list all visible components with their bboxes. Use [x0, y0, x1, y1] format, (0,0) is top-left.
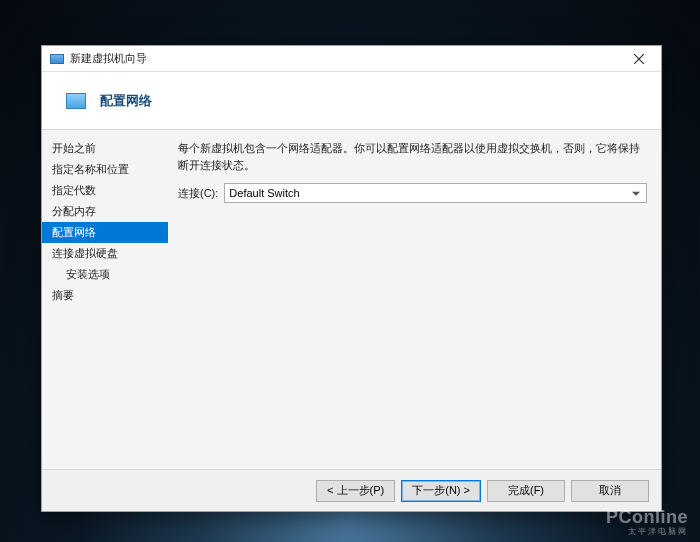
- header-section: 配置网络: [42, 72, 661, 130]
- sidebar-item-before-begin[interactable]: 开始之前: [42, 138, 168, 159]
- window-title: 新建虚拟机向导: [70, 51, 619, 66]
- watermark: PConline 太平洋电脑网: [606, 508, 688, 536]
- body-section: 开始之前 指定名称和位置 指定代数 分配内存 配置网络 连接虚拟硬盘 安装选项 …: [42, 130, 661, 469]
- wizard-dialog: 新建虚拟机向导 配置网络 开始之前 指定名称和位置 指定代数 分配内存 配置网络…: [41, 45, 662, 512]
- connection-select[interactable]: Default Switch: [224, 183, 647, 203]
- sidebar-item-install-options[interactable]: 安装选项: [42, 264, 168, 285]
- footer: < 上一步(P) 下一步(N) > 完成(F) 取消: [42, 469, 661, 511]
- sidebar-item-name-location[interactable]: 指定名称和位置: [42, 159, 168, 180]
- finish-button[interactable]: 完成(F): [487, 480, 565, 502]
- close-icon: [634, 54, 644, 64]
- content-area: 每个新虚拟机包含一个网络适配器。你可以配置网络适配器以使用虚拟交换机，否则，它将…: [168, 130, 661, 469]
- cancel-button[interactable]: 取消: [571, 480, 649, 502]
- close-button[interactable]: [619, 47, 659, 71]
- connection-label: 连接(C):: [178, 186, 218, 201]
- sidebar-item-summary[interactable]: 摘要: [42, 285, 168, 306]
- sidebar-item-network[interactable]: 配置网络: [42, 222, 168, 243]
- watermark-main: PConline: [606, 507, 688, 527]
- wizard-header-icon: [66, 93, 86, 109]
- next-button[interactable]: 下一步(N) >: [401, 480, 481, 502]
- sidebar-item-memory[interactable]: 分配内存: [42, 201, 168, 222]
- description-text: 每个新虚拟机包含一个网络适配器。你可以配置网络适配器以使用虚拟交换机，否则，它将…: [178, 140, 647, 173]
- watermark-sub: 太平洋电脑网: [606, 528, 688, 536]
- connection-row: 连接(C): Default Switch: [178, 183, 647, 203]
- sidebar-item-generation[interactable]: 指定代数: [42, 180, 168, 201]
- app-icon: [50, 54, 64, 64]
- sidebar-item-vhd[interactable]: 连接虚拟硬盘: [42, 243, 168, 264]
- connection-value: Default Switch: [229, 187, 299, 199]
- sidebar: 开始之前 指定名称和位置 指定代数 分配内存 配置网络 连接虚拟硬盘 安装选项 …: [42, 130, 168, 469]
- titlebar: 新建虚拟机向导: [42, 46, 661, 72]
- page-title: 配置网络: [100, 92, 152, 110]
- prev-button[interactable]: < 上一步(P): [316, 480, 395, 502]
